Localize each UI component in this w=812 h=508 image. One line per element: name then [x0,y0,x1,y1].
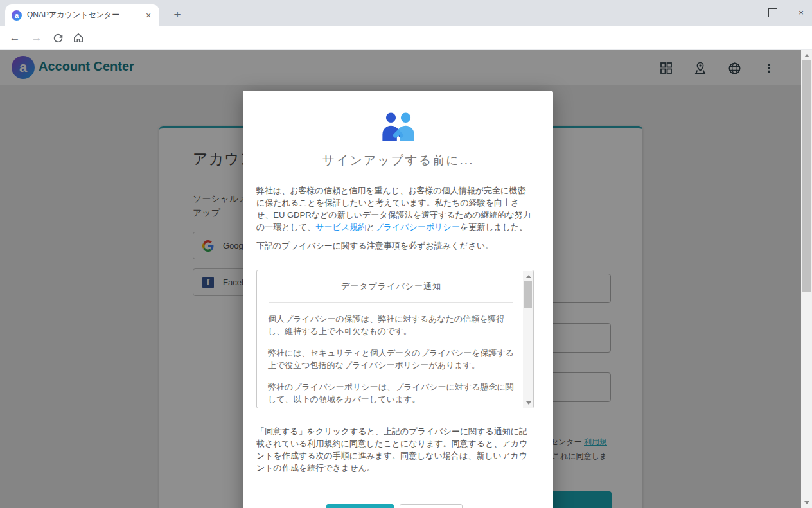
window-close-button[interactable]: × [797,8,806,17]
notice-paragraph-3: 弊社のプライバシーポリシーは、プライバシーに対する懸念に関して、以下の領域をカバ… [268,381,515,405]
forward-icon: → [27,26,46,50]
privacy-notice-content: データプライバシー通知 個人プライバシーの保護は、弊社に対するあなたの信頼を獲得… [257,270,524,408]
agree-button[interactable] [326,504,394,508]
notice-paragraph-1: 個人プライバシーの保護は、弊社に対するあなたの信頼を獲得し、維持する上で不可欠な… [268,313,515,337]
reload-icon[interactable] [48,26,67,50]
back-icon[interactable]: ← [5,26,24,50]
home-icon[interactable] [69,26,88,50]
notice-scroll-thumb[interactable] [524,281,532,308]
modal-paragraph-1: 弊社は、お客様の信頼と信用を重んじ、お客様の個人情報が完全に機密に保たれることを… [256,184,534,233]
page-scrollbar[interactable] [801,50,812,508]
privacy-notice-box[interactable]: データプライバシー通知 個人プライバシーの保護は、弊社に対するあなたの信頼を獲得… [256,270,534,408]
modal-paragraph-2: 下記のプライバシーに関する注意事項を必ずお読みください。 [256,240,534,252]
notice-title: データプライバシー通知 [268,281,515,292]
privacy-modal: サインアップする前に... 弊社は、お客様の信頼と信用を重んじ、お客様の個人情報… [243,91,553,508]
browser-toolbar: ← → account.qnap.com/signup?app_id=54d31… [0,26,812,50]
handshake-people-icon [243,112,553,145]
page-scroll-up-icon[interactable] [801,50,812,61]
page-content: a Account Center ⋮ アカウント作成 ソーシャルメディアでサイン… [0,50,812,508]
notice-scrollbar[interactable] [523,271,533,408]
window-controls: × [740,0,806,26]
minimize-button[interactable] [740,8,749,17]
terms-of-service-link[interactable]: サービス規約 [315,222,366,232]
tab-close-icon[interactable]: × [143,10,154,21]
notice-paragraph-2: 弊社には、セキュリティと個人データのプライバシーを保護する上で役立つ包括的なプラ… [268,347,515,371]
qnap-favicon-icon: a [12,10,22,21]
modal-paragraph-3: 「同意する」をクリックすると、上記のプライバシーに関する通知に記載されている利用… [256,425,534,474]
browser-tab[interactable]: a QNAPアカウントセンター × [5,4,159,26]
page-scroll-thumb[interactable] [802,60,811,292]
tab-title: QNAPアカウントセンター [27,10,143,21]
page-scroll-down-icon[interactable] [801,497,812,508]
decline-button[interactable] [400,504,463,508]
notice-scroll-down-icon[interactable] [523,398,534,408]
modal-title: サインアップする前に... [243,152,553,169]
browser-tab-bar: a QNAPアカウントセンター × + × [0,0,812,26]
maximize-button[interactable] [768,8,777,17]
notice-divider [269,302,513,303]
new-tab-button[interactable]: + [168,6,186,24]
privacy-policy-link[interactable]: プライバシーポリシー [375,222,459,232]
